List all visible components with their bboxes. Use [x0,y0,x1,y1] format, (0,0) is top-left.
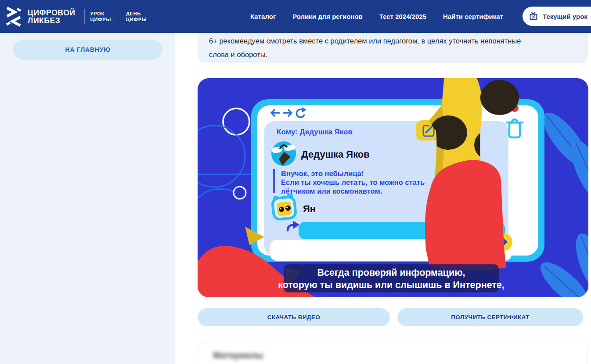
header-divider [84,9,85,24]
get-certificate-button[interactable]: ПОЛУЧИТЬ СЕРТИФИКАТ [397,308,583,326]
current-lesson-button[interactable]: Текущий урок [523,7,591,26]
main-nav: Каталог Ролики для регионов Тест 2024/20… [250,13,503,20]
home-button[interactable]: НА ГЛАВНУЮ [13,40,162,60]
page: ЦИФРОВОЙ ЛИКБЕЗ УРОК ЦИФРЫ ДЕНЬ ЦИФРЫ Ка… [0,0,591,364]
nav-regional-videos[interactable]: Ролики для регионов [292,13,363,20]
age-note-line: слова и обороты. [209,48,577,61]
link-den-cifry[interactable]: ДЕНЬ ЦИФРЫ [126,11,147,22]
grandpa-message-line: лётчиком или космонавтом. [281,187,382,195]
subtitle-line: Всегда проверяй информацию, [317,267,465,278]
recipient-label: Кому: Дедушка Яков [277,128,353,136]
nav-find-certificate[interactable]: Найти сертификат [443,13,503,20]
link-urok-cifry[interactable]: УРОК ЦИФРЫ [90,11,111,22]
download-video-button[interactable]: СКАЧАТЬ ВИДЕО [198,308,390,326]
age-note-line: 6+ рекомендуем смотреть вместе с родител… [209,34,577,48]
grandpa-message-line: Если ты хочешь летать, то можно стать [281,178,425,186]
grandpa-name: Дедушка Яков [301,149,370,160]
boy-avatar [272,193,296,220]
brand-chevron-icon [6,7,22,27]
video-player[interactable]: Кому: Дедушка Яков [198,78,588,297]
header-divider [120,9,120,24]
logo-text: ЦИФРОВОЙ ЛИКБЕЗ [28,9,76,25]
sidebar: НА ГЛАВНУЮ [0,33,175,364]
background-line-art [198,108,253,204]
main-content: 6+ рекомендуем смотреть вместе с родител… [198,0,588,364]
boy-name: Ян [303,203,316,214]
nav-test[interactable]: Тест 2024/2025 [379,13,426,20]
logo[interactable]: ЦИФРОВОЙ ЛИКБЕЗ [6,7,76,27]
materials-card: Материалы [198,342,587,364]
top-navbar: ЦИФРОВОЙ ЛИКБЕЗ УРОК ЦИФРЫ ДЕНЬ ЦИФРЫ Ка… [0,0,591,33]
nav-catalog[interactable]: Каталог [250,13,276,20]
grandpa-avatar [271,141,296,166]
materials-heading: Материалы [213,350,263,360]
red-mitten-hand [425,160,506,270]
subtitle-line: которую ты видишь или слышишь в Интернет… [278,280,505,290]
video-illustration: Кому: Дедушка Яков [198,78,588,297]
video-subtitle: Всегда проверяй информацию, которую ты в… [278,264,505,292]
action-buttons-row: СКАЧАТЬ ВИДЕО ПОЛУЧИТЬ СЕРТИФИКАТ [198,308,588,327]
tv-icon [529,11,539,21]
grandpa-message-line: Внучок, это небылица! [281,169,364,177]
